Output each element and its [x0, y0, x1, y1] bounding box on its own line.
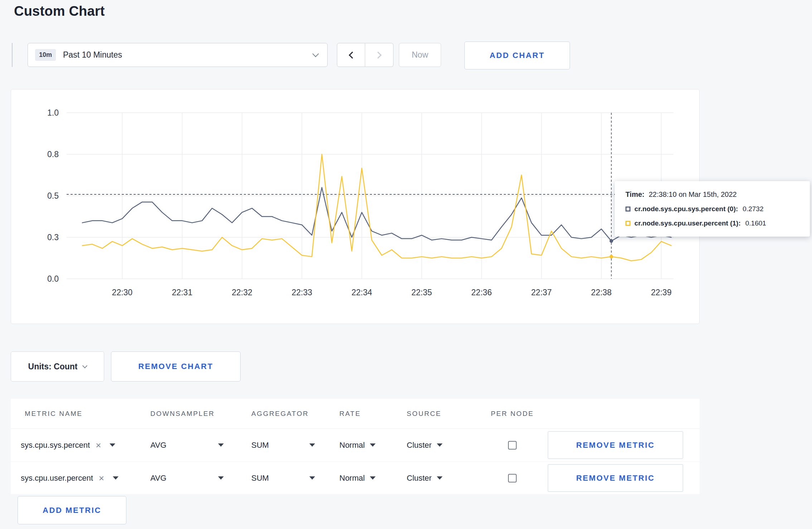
source-select[interactable]: Cluster — [407, 441, 477, 450]
header-aggregator: AGGREGATOR — [251, 410, 339, 418]
x-tick-label: 22:36 — [471, 288, 492, 297]
downsampler-select[interactable]: AVG — [150, 441, 224, 450]
x-tick-label: 22:30 — [112, 288, 133, 297]
metric-name-select[interactable]: sys.cpu.user.percent × — [21, 474, 119, 483]
caret-down-icon — [370, 476, 376, 480]
caret-down-icon — [437, 476, 443, 480]
units-label: Units: Count — [28, 362, 78, 372]
tooltip-time: Time:22:38:10 on Mar 15th, 2022 — [625, 190, 799, 199]
metric-name-select[interactable]: sys.cpu.sys.percent × — [21, 441, 115, 450]
caret-down-icon — [437, 443, 443, 447]
chart-tooltip: Time:22:38:10 on Mar 15th, 2022 cr.node.… — [615, 181, 810, 237]
x-tick-label: 22:35 — [411, 288, 432, 297]
x-tick-label: 22:39 — [651, 288, 672, 297]
add-chart-button[interactable]: ADD CHART — [464, 42, 570, 69]
rate-select[interactable]: Normal — [339, 474, 407, 483]
tooltip-time-label: Time: — [625, 190, 644, 198]
remove-metric-button[interactable]: REMOVE METRIC — [548, 431, 683, 459]
units-dropdown[interactable]: Units: Count — [11, 351, 104, 382]
rate-value: Normal — [339, 441, 365, 450]
metric-row: sys.cpu.sys.percent × AVG SUM N — [11, 429, 700, 462]
series-user-swatch-icon — [625, 221, 630, 226]
metric-row: sys.cpu.user.percent × AVG SUM — [11, 462, 700, 495]
custom-chart-page: Custom Chart 10m Past 10 Minutes Now ADD… — [0, 0, 812, 529]
source-value: Cluster — [407, 441, 432, 450]
x-tick-label: 22:33 — [291, 288, 312, 297]
x-tick-label: 22:37 — [531, 288, 552, 297]
x-tick-label: 22:34 — [352, 288, 372, 297]
y-tick-label: 0.8 — [47, 150, 59, 159]
caret-down-icon — [309, 476, 315, 480]
rate-value: Normal — [339, 474, 365, 483]
source-select[interactable]: Cluster — [407, 474, 477, 483]
time-forward-button[interactable] — [365, 43, 393, 67]
downsampler-value: AVG — [150, 474, 166, 483]
y-tick-label: 1.0 — [47, 108, 59, 117]
aggregator-select[interactable]: SUM — [251, 441, 315, 450]
tooltip-series-row: cr.node.sys.cpu.sys.percent (0): 0.2732 — [625, 205, 799, 213]
clear-metric-icon[interactable]: × — [96, 441, 101, 450]
header-per-node: PER NODE — [477, 410, 548, 418]
time-range-dropdown[interactable]: 10m Past 10 Minutes — [28, 43, 328, 67]
time-back-button[interactable] — [337, 43, 365, 67]
chart-svg[interactable]: 0.00.30.50.81.022:3022:3122:3222:3322:34… — [11, 89, 700, 324]
y-tick-label: 0.3 — [47, 233, 59, 242]
remove-chart-button[interactable]: REMOVE CHART — [111, 351, 241, 382]
crosshair-dot — [610, 239, 613, 243]
tooltip-series-row: cr.node.sys.cpu.user.percent (1): 0.1601 — [625, 219, 799, 227]
aggregator-select[interactable]: SUM — [251, 474, 315, 483]
now-button[interactable]: Now — [399, 43, 441, 67]
header-rate: RATE — [339, 410, 407, 418]
x-tick-label: 22:38 — [591, 288, 612, 297]
time-nav-arrows — [337, 43, 393, 67]
header-source: SOURCE — [407, 410, 477, 418]
caret-down-icon — [218, 443, 224, 447]
downsampler-value: AVG — [150, 441, 166, 450]
per-node-checkbox[interactable] — [508, 441, 517, 450]
y-tick-label: 0.0 — [47, 274, 59, 283]
metrics-table: METRIC NAME DOWNSAMPLER AGGREGATOR RATE … — [11, 399, 700, 495]
series-sys-swatch-icon — [625, 207, 630, 212]
chart-card: 0.00.30.50.81.022:3022:3122:3222:3322:34… — [11, 89, 700, 324]
add-metric-button[interactable]: ADD METRIC — [18, 496, 126, 524]
header-downsampler: DOWNSAMPLER — [150, 410, 251, 418]
series-line — [82, 154, 671, 261]
y-tick-label: 0.5 — [47, 191, 59, 200]
metric-name-value: sys.cpu.sys.percent — [21, 441, 90, 450]
series-line — [82, 188, 671, 241]
downsampler-select[interactable]: AVG — [150, 474, 224, 483]
time-range-label: Past 10 Minutes — [63, 50, 122, 60]
chevron-down-icon — [82, 363, 87, 368]
caret-down-icon — [370, 443, 376, 447]
tooltip-series-name: cr.node.sys.cpu.user.percent (1): — [634, 219, 741, 227]
caret-down-icon — [113, 476, 119, 480]
tooltip-series-value: 0.1601 — [745, 219, 766, 227]
aggregator-value: SUM — [251, 474, 269, 483]
metrics-table-header: METRIC NAME DOWNSAMPLER AGGREGATOR RATE … — [11, 399, 700, 429]
per-node-checkbox[interactable] — [508, 474, 517, 482]
page-title: Custom Chart — [14, 4, 105, 19]
caret-down-icon — [218, 476, 224, 480]
aggregator-value: SUM — [251, 441, 269, 450]
clear-metric-icon[interactable]: × — [99, 474, 104, 483]
caret-down-icon — [110, 443, 115, 447]
source-value: Cluster — [407, 474, 432, 483]
caret-down-icon — [309, 443, 315, 447]
header-metric-name: METRIC NAME — [11, 410, 150, 418]
chevron-down-icon — [312, 50, 319, 57]
toolbar-left-divider — [12, 43, 13, 67]
crosshair-dot — [610, 255, 613, 258]
tooltip-time-value: 22:38:10 on Mar 15th, 2022 — [649, 190, 737, 198]
x-tick-label: 22:32 — [232, 288, 252, 297]
tooltip-series-name: cr.node.sys.cpu.sys.percent (0): — [634, 205, 738, 213]
chevron-left-icon — [349, 52, 356, 59]
chevron-right-icon — [374, 52, 382, 59]
rate-select[interactable]: Normal — [339, 441, 407, 450]
tooltip-series-value: 0.2732 — [743, 205, 763, 213]
x-tick-label: 22:31 — [172, 288, 193, 297]
metric-name-value: sys.cpu.user.percent — [21, 474, 93, 483]
time-range-badge: 10m — [35, 49, 56, 61]
remove-metric-button[interactable]: REMOVE METRIC — [548, 464, 683, 492]
